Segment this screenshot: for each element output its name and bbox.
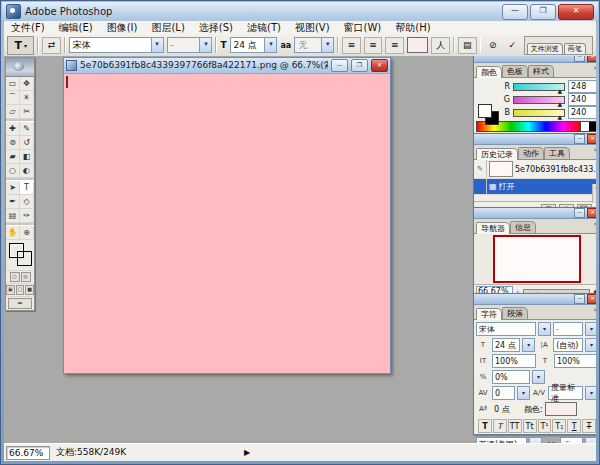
dropdown-arrow-icon[interactable]: ▾	[517, 386, 530, 400]
standard-mode-button[interactable]: ○	[10, 272, 20, 282]
menu-filter[interactable]: 滤镜(T)	[240, 21, 288, 34]
history-state-well[interactable]	[474, 179, 487, 194]
navigator-view-box[interactable]	[493, 235, 581, 283]
all-caps-button[interactable]: TT	[508, 419, 522, 433]
ramp-white-swatch[interactable]	[580, 122, 589, 131]
color-panel-header[interactable]: — ✕	[474, 56, 596, 63]
text-orientation-button[interactable]: ⇄	[42, 37, 61, 54]
menu-image[interactable]: 图像(I)	[100, 21, 145, 34]
green-value-field[interactable]: 240	[568, 93, 596, 106]
brush-tool[interactable]: ✎	[20, 122, 34, 136]
lasso-tool[interactable]: ⌒	[6, 91, 20, 105]
char-tracking-value[interactable]: 0	[492, 386, 515, 400]
slider-thumb-icon[interactable]: ▲	[557, 89, 562, 93]
dropdown-arrow-icon[interactable]: ▾	[538, 322, 551, 336]
char-horizontal-scale-field[interactable]: 100%	[554, 354, 596, 368]
history-panel-header[interactable]: — ✕	[474, 134, 596, 145]
char-baseline-value[interactable]: 0 点	[492, 403, 522, 415]
clone-stamp-tool[interactable]: ⊚	[6, 136, 20, 150]
color-panel-foreground-swatch[interactable]	[478, 104, 492, 118]
panel-minimize-button[interactable]: —	[574, 56, 585, 62]
pen-tool[interactable]: ✒	[6, 195, 20, 209]
document-window[interactable]: 5e70b6391fb8c4339397766f8a422171.png @ 6…	[63, 57, 391, 374]
document-title-bar[interactable]: 5e70b6391fb8c4339397766f8a422171.png @ 6…	[64, 58, 390, 74]
panel-close-button[interactable]: ✕	[587, 294, 596, 304]
menu-help[interactable]: 帮助(H)	[388, 21, 437, 34]
canvas[interactable]	[64, 74, 390, 373]
menu-file[interactable]: 文件(F)	[4, 21, 52, 34]
fullscreen-button[interactable]: ■	[25, 285, 34, 295]
quick-mask-mode-button[interactable]: ◎	[21, 272, 31, 282]
red-slider[interactable]: ▲	[513, 83, 565, 91]
slider-thumb-icon[interactable]: ▲	[557, 115, 562, 119]
minimize-button[interactable]: —	[502, 4, 528, 20]
dropdown-arrow-icon[interactable]: ▾	[532, 370, 545, 384]
snapshot-row[interactable]: ✎ 5e70b6391fb8c433...	[474, 160, 596, 179]
superscript-button[interactable]: T¹	[538, 419, 552, 433]
tab-tool-presets[interactable]: 工具	[544, 147, 570, 159]
warp-text-button[interactable]: 人	[431, 37, 450, 54]
close-button[interactable]: ✕	[558, 4, 594, 20]
dodge-tool[interactable]: ◐	[20, 164, 34, 178]
red-value-field[interactable]: 248	[568, 80, 596, 93]
zoom-tool[interactable]: ⊕	[20, 226, 34, 240]
title-bar[interactable]: Adobe Photoshop — ❐ ✕	[2, 2, 598, 22]
character-panel-header[interactable]: — ✕	[474, 294, 596, 305]
dropdown-arrow-icon[interactable]: ▾	[585, 322, 596, 336]
char-vertical-scale-field[interactable]: 100%	[492, 354, 536, 368]
tab-file-browser[interactable]: 文件浏览	[527, 43, 563, 54]
blur-tool[interactable]: ○	[6, 164, 20, 178]
tab-color[interactable]: 颜色	[476, 66, 502, 78]
text-color-swatch[interactable]	[407, 37, 428, 53]
faux-bold-button[interactable]: T	[478, 419, 492, 433]
navigator-preview[interactable]	[474, 234, 596, 284]
shape-tool[interactable]: ◇	[20, 195, 34, 209]
slice-tool[interactable]: ✂	[20, 105, 34, 119]
history-state-open[interactable]: ▦ 打开	[474, 179, 596, 195]
char-font-style-value[interactable]: -	[553, 322, 583, 336]
panel-menu-icon[interactable]: »	[594, 220, 596, 228]
crop-tool[interactable]: ▱	[6, 105, 20, 119]
blue-value-field[interactable]: 240	[568, 106, 596, 119]
document-close-button[interactable]: ✕	[371, 59, 388, 72]
commit-edits-button[interactable]: ✓	[504, 38, 521, 53]
small-caps-button[interactable]: Tt	[523, 419, 537, 433]
char-text-color-swatch[interactable]	[545, 402, 577, 416]
strikethrough-button[interactable]: T	[582, 419, 596, 433]
maximize-button[interactable]: ❐	[530, 4, 556, 20]
green-slider[interactable]: ▲	[513, 96, 565, 104]
align-right-button[interactable]: ≡	[385, 37, 404, 54]
status-menu-arrow-icon[interactable]: ▶	[244, 448, 250, 457]
align-left-button[interactable]: ≡	[342, 37, 361, 54]
dropdown-arrow-icon[interactable]: ▾	[585, 338, 596, 352]
standard-screen-button[interactable]: ▣	[6, 285, 15, 295]
subscript-button[interactable]: T₁	[552, 419, 566, 433]
tab-paragraph[interactable]: 段落	[502, 307, 528, 319]
document-minimize-button[interactable]: —	[331, 59, 348, 72]
panel-menu-icon[interactable]: »	[594, 306, 596, 314]
tab-navigator[interactable]: 导航器	[476, 222, 510, 234]
tab-character[interactable]: 字符	[476, 308, 502, 320]
toggle-palettes-button[interactable]: ▤	[458, 37, 477, 54]
gradient-tool[interactable]: ◧	[20, 150, 34, 164]
panel-menu-icon[interactable]: »	[594, 64, 596, 72]
rectangular-marquee-tool[interactable]: ▭	[6, 77, 20, 91]
type-tool[interactable]: T	[20, 181, 34, 195]
panel-close-button[interactable]: ✕	[587, 208, 596, 218]
history-brush-tool[interactable]: ↺	[20, 136, 34, 150]
navigator-panel-header[interactable]: — ✕	[474, 208, 596, 219]
tab-info[interactable]: 信息	[510, 221, 536, 233]
eraser-tool[interactable]: ▰	[6, 150, 20, 164]
menu-view[interactable]: 视图(V)	[288, 21, 337, 34]
path-selection-tool[interactable]: ➤	[6, 181, 20, 195]
panel-minimize-button[interactable]: —	[574, 294, 585, 304]
faux-italic-button[interactable]: T	[493, 419, 507, 433]
char-font-family-value[interactable]: 宋体	[476, 322, 536, 336]
status-zoom-field[interactable]: 66.67%	[6, 446, 50, 460]
move-tool[interactable]: ✥	[20, 77, 34, 91]
menu-select[interactable]: 选择(S)	[192, 21, 240, 34]
eyedropper-tool[interactable]: ✑	[20, 209, 34, 223]
panel-close-button[interactable]: ✕	[587, 56, 596, 62]
char-leading-value[interactable]: (自动)	[553, 338, 583, 352]
panel-minimize-button[interactable]: —	[574, 134, 585, 144]
